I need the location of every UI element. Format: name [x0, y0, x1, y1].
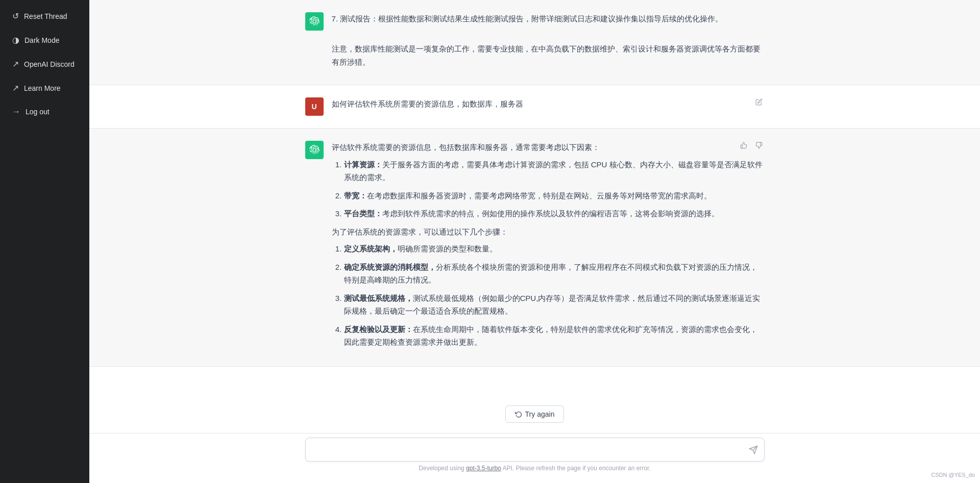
partial-message-block: 7. 测试报告：根据性能数据和测试结果生成性能测试报告，附带详细测试日志和建议操…	[89, 0, 980, 85]
ai-message-content: 评估软件系统需要的资源信息，包括数据库和服务器，通常需要考虑以下因素： 计算资源…	[332, 141, 765, 354]
step-4: 反复检验以及更新：在系统生命周期中，随着软件版本变化，特别是软件的需求优化和扩充…	[344, 323, 765, 349]
user-message-content: 如何评估软件系统所需要的资源信息，如数据库，服务器	[332, 97, 765, 111]
thumbs-down-button[interactable]	[753, 141, 765, 151]
step-3: 测试最低系统规格，测试系统最低规格（例如最少的CPU,内存等）是否满足软件需求，…	[344, 292, 765, 318]
step-2: 确定系统资源的消耗模型，分析系统各个模块所需的资源和使用率，了解应用程序在不同模…	[344, 261, 765, 287]
main-content: 7. 测试报告：根据性能数据和测试结果生成性能测试报告，附带详细测试日志和建议操…	[89, 0, 980, 483]
partial-message-row: 7. 测试报告：根据性能数据和测试结果生成性能测试报告，附带详细测试日志和建议操…	[305, 12, 765, 72]
ai-avatar	[305, 12, 324, 31]
watermark: CSDN @YES_do	[931, 472, 975, 478]
external-link-icon: ↗	[12, 83, 19, 93]
ai-message-block: 评估软件系统需要的资源信息，包括数据库和服务器，通常需要考虑以下因素： 计算资源…	[89, 129, 980, 367]
gpt-link[interactable]: gpt-3.5-turbo	[466, 465, 501, 472]
user-message-text: 如何评估软件系统所需要的资源信息，如数据库，服务器	[332, 99, 523, 108]
thumbs-up-button[interactable]	[738, 141, 749, 151]
edit-message-button[interactable]	[753, 97, 765, 108]
chat-area[interactable]: 7. 测试报告：根据性能数据和测试结果生成性能测试报告，附带详细测试日志和建议操…	[89, 0, 980, 395]
sidebar-item-openai-discord[interactable]: ↗ OpenAI Discord	[4, 53, 85, 75]
dark-mode-icon: ◑	[12, 35, 19, 45]
reset-icon: ↺	[12, 11, 19, 21]
ai-intro: 评估软件系统需要的资源信息，包括数据库和服务器，通常需要考虑以下因素：	[332, 141, 765, 154]
user-message-block: U 如何评估软件系统所需要的资源信息，如数据库，服务器	[89, 85, 980, 129]
user-message-row: U 如何评估软件系统所需要的资源信息，如数据库，服务器	[305, 97, 765, 116]
sidebar: ↺ Reset Thread ◑ Dark Mode ↗ OpenAI Disc…	[0, 0, 89, 483]
footer: Developed using gpt-3.5-turbo API. Pleas…	[110, 462, 960, 477]
refresh-icon	[515, 411, 522, 418]
sidebar-item-label: Dark Mode	[24, 36, 59, 44]
ai-avatar-2	[305, 141, 324, 159]
try-again-label: Try again	[525, 410, 555, 418]
ai-message-row: 评估软件系统需要的资源信息，包括数据库和服务器，通常需要考虑以下因素： 计算资源…	[305, 141, 765, 354]
try-again-bar: Try again	[89, 395, 980, 433]
step-1: 定义系统架构，明确所需资源的类型和数量。	[344, 242, 765, 256]
try-again-button[interactable]: Try again	[505, 405, 565, 423]
input-wrapper	[305, 438, 765, 462]
sidebar-item-label: OpenAI Discord	[24, 60, 75, 68]
sidebar-item-learn-more[interactable]: ↗ Learn More	[4, 77, 85, 99]
sidebar-item-label: Reset Thread	[24, 12, 67, 20]
footer-text: Developed using gpt-3.5-turbo API. Pleas…	[419, 465, 650, 472]
send-button[interactable]	[749, 445, 758, 454]
ai-message-actions	[738, 141, 765, 151]
sidebar-item-label: Log out	[26, 108, 50, 116]
sidebar-item-label: Learn More	[24, 84, 61, 92]
steps-list: 定义系统架构，明确所需资源的类型和数量。 确定系统资源的消耗模型，分析系统各个模…	[332, 242, 765, 349]
user-avatar: U	[305, 97, 324, 116]
chat-input[interactable]	[306, 438, 764, 461]
ai-transition: 为了评估系统的资源需求，可以通过以下几个步骤：	[332, 225, 765, 239]
logout-icon: →	[12, 107, 20, 116]
sidebar-item-dark-mode[interactable]: ◑ Dark Mode	[4, 29, 85, 51]
user-message-actions	[753, 97, 765, 108]
partial-text-2: 注意，数据库性能测试是一项复杂的工作，需要专业技能，在中高负载下的数据维护、索引…	[332, 42, 765, 68]
sidebar-item-reset-thread[interactable]: ↺ Reset Thread	[4, 5, 85, 27]
sidebar-item-log-out[interactable]: → Log out	[4, 101, 85, 122]
factor-2: 带宽：在考虑数据库和服务器资源时，需要考虑网络带宽，特别是在网站、云服务等对网络…	[344, 189, 765, 202]
send-icon	[749, 445, 758, 454]
factors-list: 计算资源：关于服务器方面的考虑，需要具体考虑计算资源的需求，包括 CPU 核心数…	[332, 158, 765, 220]
factor-1: 计算资源：关于服务器方面的考虑，需要具体考虑计算资源的需求，包括 CPU 核心数…	[344, 158, 765, 184]
partial-message-content: 7. 测试报告：根据性能数据和测试结果生成性能测试报告，附带详细测试日志和建议操…	[332, 12, 765, 72]
input-area: Developed using gpt-3.5-turbo API. Pleas…	[89, 433, 980, 483]
partial-text-1: 7. 测试报告：根据性能数据和测试结果生成性能测试报告，附带详细测试日志和建议操…	[332, 12, 765, 26]
factor-3: 平台类型：考虑到软件系统需求的特点，例如使用的操作系统以及软件的编程语言等，这将…	[344, 207, 765, 220]
external-link-icon: ↗	[12, 59, 19, 69]
